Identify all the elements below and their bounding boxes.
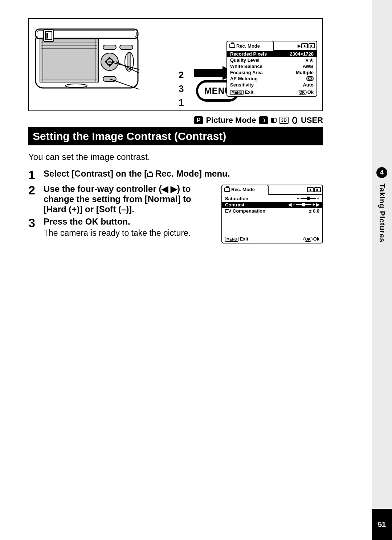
lcd1-row: Quality Level ★★ [227,57,317,63]
step-3-note: The camera is ready to take the picture. [44,228,216,238]
lcd1-row: Sensitivity Auto [227,82,317,88]
settings-tab-icon: X. [314,187,321,192]
lcd2-active-tab: Rec. Mode [221,185,269,195]
svg-rect-3 [40,39,99,82]
lcd1-active-tab: Rec. Mode [226,41,274,51]
p-mode-icon: P [194,116,203,124]
metering-icon [306,76,314,81]
lcd2-row: EV Compensation ± 0.0 [222,208,322,214]
step-number: 2 [28,184,37,214]
camera-drawing: OK [34,25,139,96]
intro-text: You can set the image contrast. [28,152,348,162]
lcd-screenshot-2: Rec. Mode X. Saturation – + [221,185,323,243]
callout-1: 1 [179,96,184,109]
camera-icon [229,44,235,48]
settings-tab-icon: X. [309,43,315,48]
lcd-screenshot-1: Rec. Mode ▶ X. Recorded Pixels 2304×1728… [226,41,317,97]
panorama-icon-left [271,118,274,123]
step-number: 1 [28,169,37,182]
svg-point-30 [293,118,296,123]
panorama-icon-right [274,118,277,123]
page-number: 51 [372,509,392,540]
lcd2-footer: MENUExit OKOk [222,235,322,243]
lcd1-row: Recorded Pixels 2304×1728 [227,51,317,57]
user-mode-label: USER [301,116,323,125]
svg-rect-22 [103,45,116,49]
step-3: 3 Press the OK button. The camera is rea… [28,217,216,238]
lcd1-tab-label: Rec. Mode [236,43,260,49]
playback-tab-icon [301,43,308,48]
lcd2-row-selected: Contrast ◀ – + ▶ [222,202,322,208]
callout-2: 2 [179,68,184,82]
chapter-number-circle: 4 [376,167,387,178]
side-tab: 4 Taking Pictures [372,0,392,509]
illustration-box: OK 2 3 1 MENU [28,18,323,111]
mode-bar: P Picture Mode ☽ 3D USER [28,116,323,127]
3d-mode-icon: 3D [279,117,289,124]
callout-3: 3 [179,82,184,96]
lcd1-row: Focusing Area Multiple [227,69,317,76]
night-mode-icon: ☽ [259,116,268,124]
chapter-title-vertical: Taking Pictures [378,184,386,242]
camera-icon [224,188,230,192]
svg-rect-14 [46,33,48,39]
step-1-title: Select [Contrast] on the [ Rec. Mode] me… [44,169,230,178]
slider-icon: – + [297,196,319,201]
camera-icon [147,173,153,177]
step-2: 2 Use the four-way controller (◀ ▶) to c… [28,184,216,214]
step-1: 1 Select [Contrast] on the [ Rec. Mode] … [28,169,323,182]
lcd1-row: White Balance AWB [227,63,317,69]
mode-label: Picture Mode [206,116,256,125]
playback-tab-icon [307,187,314,192]
svg-point-21 [65,84,87,88]
slider-icon: ◀ – + ▶ [288,202,319,207]
step-3-title: Press the OK button. [44,217,216,227]
lcd2-row: Saturation – + [222,196,322,202]
section-heading: Setting the Image Contrast (Contrast) [28,127,323,145]
step-number: 3 [28,217,37,238]
callout-numbers: 2 3 1 [179,68,184,109]
lcd1-footer: MENUExit OKOk [227,88,317,96]
lcd2-tab-label: Rec. Mode [231,187,255,192]
filter-icon [291,116,298,124]
lcd1-row: AE Metering [227,76,317,82]
svg-rect-28 [194,69,223,77]
svg-rect-23 [120,45,133,49]
step-2-title: Use the four-way controller (◀ ▶) to cha… [44,184,216,214]
